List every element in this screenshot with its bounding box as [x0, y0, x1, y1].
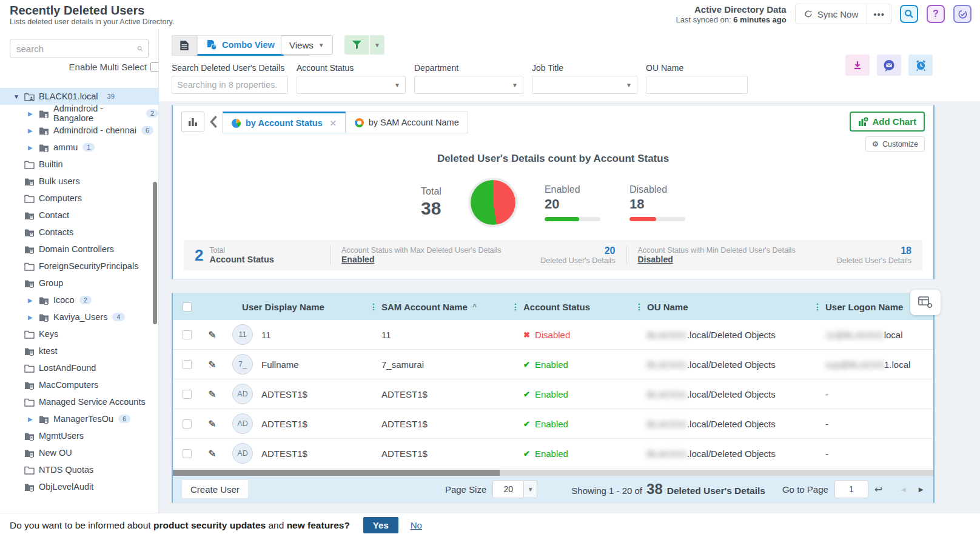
edit-pencil-icon[interactable]: ✎: [208, 418, 216, 430]
yes-button[interactable]: Yes: [363, 517, 398, 533]
prev-page-button[interactable]: ◄: [899, 485, 907, 494]
add-chart-label: Add Chart: [873, 116, 917, 127]
tree-item-objlevelaudit[interactable]: ObjLevelAudit: [0, 478, 158, 495]
tree-item-managertesou[interactable]: ▶ManagerTesOu6: [0, 410, 158, 427]
tree-toggle-icon[interactable]: ▼: [13, 93, 24, 100]
views-dropdown[interactable]: Views ▼: [281, 35, 333, 55]
tree-item-admindroid-bangalore[interactable]: ▶Admindroid - Bangalore2: [0, 105, 158, 122]
global-search-button[interactable]: [900, 5, 918, 23]
goto-enter-icon[interactable]: ↩: [874, 484, 882, 495]
tree-item-foreignsecurityprincipals[interactable]: ForeignSecurityPrincipals: [0, 258, 158, 275]
tab-combo-view[interactable]: Combo View: [197, 35, 284, 56]
page-size-value[interactable]: 20: [492, 480, 524, 498]
tree-item-contacts[interactable]: Contacts: [0, 224, 158, 241]
tree-item-ktest[interactable]: ktest: [0, 342, 158, 359]
edit-pencil-icon[interactable]: ✎: [208, 359, 216, 370]
column-menu-icon[interactable]: ⋮: [810, 302, 825, 312]
column-header-sam-account-name[interactable]: SAM Account Name: [381, 302, 468, 312]
tree-item-icoco[interactable]: ▶Icoco2: [0, 292, 158, 309]
tree-toggle-icon[interactable]: ▶: [28, 297, 39, 304]
sync-now-button[interactable]: Sync Now: [796, 9, 867, 19]
page-size-dropdown[interactable]: ▼: [524, 480, 537, 498]
goto-page-input[interactable]: [834, 480, 868, 498]
task-status-button[interactable]: [953, 5, 972, 23]
tab-grid-view[interactable]: [172, 35, 197, 56]
sam-account-name: 7_samurai: [381, 359, 424, 370]
ou-name-input[interactable]: [651, 80, 742, 90]
tree-item-new-ou[interactable]: New OU: [0, 444, 158, 461]
customize-button[interactable]: ⚙ Customize: [865, 136, 925, 152]
filter-dropdown-button[interactable]: ▼: [370, 35, 384, 55]
tree-item-contact[interactable]: Contact: [0, 207, 158, 224]
tree-search-box[interactable]: [10, 39, 149, 58]
row-checkbox[interactable]: [183, 419, 192, 429]
tree-item-maccomputers[interactable]: MacComputers: [0, 376, 158, 393]
job-title-select[interactable]: ▼: [532, 76, 637, 94]
summary-max-link[interactable]: Enabled: [341, 255, 502, 264]
next-page-button[interactable]: ►: [917, 485, 925, 494]
tree-toggle-icon[interactable]: ▶: [28, 144, 39, 151]
tree-item-builtin[interactable]: Builtin: [0, 156, 158, 173]
row-checkbox[interactable]: [183, 360, 192, 369]
tree-toggle-icon[interactable]: ▶: [28, 416, 39, 422]
tree-item-ntds-quotas[interactable]: NTDS Quotas: [0, 461, 158, 478]
table-horizontal-scrollbar[interactable]: [173, 470, 933, 476]
row-edit-cell: ✎: [201, 448, 224, 459]
column-header-user-display-name[interactable]: User Display Name: [242, 302, 324, 312]
row-checkbox[interactable]: [183, 449, 192, 458]
tree-item-computers[interactable]: Computers: [0, 190, 158, 207]
tree-item-black01-local[interactable]: ▼BLACK01.local39: [0, 88, 158, 105]
help-button[interactable]: ?: [927, 5, 945, 23]
user-logon-name-text: -: [825, 449, 828, 459]
column-menu-icon[interactable]: ⋮: [631, 302, 647, 312]
export-button[interactable]: [845, 55, 870, 76]
chart-list-button[interactable]: [181, 112, 204, 132]
tree-toggle-icon[interactable]: ▶: [28, 127, 39, 134]
edit-pencil-icon[interactable]: ✎: [208, 329, 216, 341]
column-header-user-logon-name[interactable]: User Logon Name: [825, 302, 903, 312]
tree-item-ammu[interactable]: ▶ammu1: [0, 139, 158, 156]
column-menu-icon[interactable]: ⋮: [366, 302, 381, 312]
chart-tab-by-account-status[interactable]: by Account Status ✕: [223, 112, 346, 133]
create-user-button[interactable]: Create User: [181, 479, 249, 499]
column-settings-button[interactable]: [910, 290, 941, 315]
department-select[interactable]: ▼: [414, 76, 523, 94]
feedback-button[interactable]: [877, 55, 901, 76]
row-checkbox[interactable]: [183, 330, 192, 339]
chart-tab-by-sam-account-name[interactable]: by SAM Account Name: [346, 112, 468, 133]
tree-item-group[interactable]: Group: [0, 275, 158, 292]
edit-pencil-icon[interactable]: ✎: [208, 389, 216, 400]
schedule-button[interactable]: [908, 55, 933, 76]
tree-item-label: LostAndFound: [39, 363, 96, 373]
tree-item-bulk-users[interactable]: Bulk users: [0, 173, 158, 190]
sync-more-button[interactable]: •••: [867, 4, 891, 24]
tree-item-domain-controllers[interactable]: Domain Controllers: [0, 241, 158, 258]
column-menu-icon[interactable]: ⋮: [508, 302, 523, 312]
tree-item-keys[interactable]: Keys: [0, 325, 158, 342]
summary-min-link[interactable]: Disabled: [638, 255, 796, 264]
tree-item-managed-service-accounts[interactable]: Managed Service Accounts: [0, 393, 158, 410]
column-header-account-status[interactable]: Account Status: [523, 302, 590, 312]
column-header-ou-name[interactable]: OU Name: [647, 302, 688, 312]
row-checkbox[interactable]: [183, 390, 192, 399]
select-all-checkbox[interactable]: [183, 302, 192, 312]
multi-select-checkbox[interactable]: [150, 62, 159, 72]
tree-toggle-icon[interactable]: ▶: [28, 110, 39, 117]
scrollbar-thumb[interactable]: [173, 470, 500, 476]
add-chart-button[interactable]: Add Chart: [850, 112, 925, 132]
sidebar-scrollbar[interactable]: [153, 182, 157, 324]
close-icon[interactable]: ✕: [330, 119, 337, 128]
tree-toggle-icon[interactable]: ▶: [28, 314, 39, 321]
tree-search-input[interactable]: [16, 44, 137, 54]
account-status-pie-chart[interactable]: [471, 180, 515, 225]
search-details-input[interactable]: [177, 80, 283, 90]
filter-button[interactable]: [344, 35, 369, 55]
edit-pencil-icon[interactable]: ✎: [208, 448, 216, 459]
tree-item-admindroid-chennai[interactable]: ▶Admindroid - chennai6: [0, 122, 158, 139]
chart-tabs-scroll-left[interactable]: [204, 112, 223, 132]
tree-item-mgmtusers[interactable]: MgmtUsers: [0, 427, 158, 444]
no-link[interactable]: No: [411, 520, 422, 530]
tree-item-lostandfound[interactable]: LostAndFound: [0, 359, 158, 376]
account-status-select[interactable]: ▼: [297, 76, 406, 94]
tree-item-kaviya-users[interactable]: ▶Kaviya_Users4: [0, 309, 158, 325]
